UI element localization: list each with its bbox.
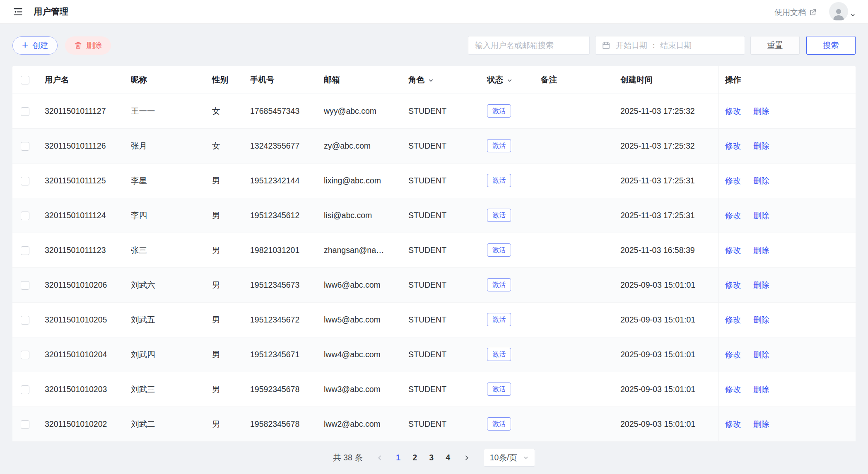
edit-link[interactable]: 修改 bbox=[725, 350, 741, 359]
row-checkbox[interactable] bbox=[21, 420, 29, 429]
row-delete-link[interactable]: 删除 bbox=[753, 176, 769, 185]
cell-remark bbox=[538, 198, 618, 233]
edit-link[interactable]: 修改 bbox=[725, 211, 741, 220]
table-row: 32011501010204 刘武四 男 19512345671 lww4@ab… bbox=[12, 337, 856, 372]
cell-status: 激活 bbox=[485, 198, 538, 233]
select-all-checkbox[interactable] bbox=[21, 76, 29, 84]
table-row: 32011501011125 李星 男 19512342144 lixing@a… bbox=[12, 163, 856, 198]
cell-created: 2025-09-03 15:01:01 bbox=[618, 372, 718, 407]
cell-actions: 修改 删除 bbox=[718, 267, 856, 302]
row-checkbox[interactable] bbox=[21, 351, 29, 359]
date-separator: : bbox=[653, 41, 655, 50]
status-badge: 激活 bbox=[487, 313, 511, 326]
edit-link[interactable]: 修改 bbox=[725, 419, 741, 428]
cell-status: 激活 bbox=[485, 233, 538, 267]
status-filter-caret-icon[interactable] bbox=[506, 77, 513, 84]
status-badge: 激活 bbox=[487, 383, 511, 396]
page-button[interactable]: 1 bbox=[390, 449, 407, 467]
edit-link[interactable]: 修改 bbox=[725, 141, 741, 150]
edit-link[interactable]: 修改 bbox=[725, 176, 741, 185]
cell-username: 32011501011127 bbox=[42, 94, 128, 128]
edit-link[interactable]: 修改 bbox=[725, 280, 741, 289]
cell-email: lww6@abc.com bbox=[321, 267, 406, 302]
next-page-icon[interactable] bbox=[459, 455, 475, 461]
col-header-status: 状态 bbox=[485, 66, 538, 94]
table-row: 32011501011124 李四 男 19512345612 lisi@abc… bbox=[12, 198, 856, 233]
row-delete-link[interactable]: 删除 bbox=[753, 211, 769, 220]
cell-actions: 修改 删除 bbox=[718, 128, 856, 163]
row-delete-link[interactable]: 删除 bbox=[753, 141, 769, 150]
status-badge: 激活 bbox=[487, 104, 511, 118]
cell-role: STUDENT bbox=[406, 163, 485, 198]
row-delete-link[interactable]: 删除 bbox=[753, 385, 769, 394]
cell-username: 32011501010206 bbox=[42, 267, 128, 302]
avatar-caret-icon[interactable] bbox=[850, 12, 856, 19]
row-checkbox[interactable] bbox=[21, 281, 29, 290]
cell-username: 32011501011125 bbox=[42, 163, 128, 198]
cell-actions: 修改 删除 bbox=[718, 94, 856, 128]
cell-email: wyy@abc.com bbox=[321, 94, 406, 128]
user-icon bbox=[831, 6, 846, 21]
row-delete-link[interactable]: 删除 bbox=[753, 350, 769, 359]
page-button[interactable]: 4 bbox=[440, 449, 456, 467]
row-checkbox[interactable] bbox=[21, 177, 29, 185]
cell-created: 2025-09-03 15:01:01 bbox=[618, 302, 718, 337]
cell-gender: 男 bbox=[210, 198, 248, 233]
row-delete-link[interactable]: 删除 bbox=[753, 419, 769, 428]
cell-remark bbox=[538, 267, 618, 302]
edit-link[interactable]: 修改 bbox=[725, 245, 741, 255]
row-delete-link[interactable]: 删除 bbox=[753, 106, 769, 115]
cell-status: 激活 bbox=[485, 267, 538, 302]
edit-link[interactable]: 修改 bbox=[725, 106, 741, 115]
delete-button[interactable]: 删除 bbox=[65, 36, 111, 55]
page-size-select[interactable]: 10条/页 bbox=[484, 449, 535, 467]
cell-nickname: 刘武四 bbox=[128, 337, 210, 372]
row-checkbox[interactable] bbox=[21, 142, 29, 151]
row-checkbox[interactable] bbox=[21, 212, 29, 220]
edit-link[interactable]: 修改 bbox=[725, 385, 741, 394]
prev-page-icon[interactable] bbox=[372, 455, 388, 461]
page-button[interactable]: 3 bbox=[423, 449, 440, 467]
cell-status: 激活 bbox=[485, 407, 538, 441]
cell-username: 32011501011124 bbox=[42, 198, 128, 233]
search-button[interactable]: 搜索 bbox=[806, 36, 856, 55]
cell-created: 2025-11-03 17:25:32 bbox=[618, 94, 718, 128]
date-range-picker[interactable]: 开始日期 : 结束日期 bbox=[595, 36, 745, 55]
search-input[interactable] bbox=[468, 36, 590, 55]
cell-nickname: 刘武六 bbox=[128, 267, 210, 302]
menu-fold-icon[interactable] bbox=[12, 6, 24, 17]
cell-username: 32011501011126 bbox=[42, 128, 128, 163]
row-delete-link[interactable]: 删除 bbox=[753, 315, 769, 324]
cell-remark bbox=[538, 372, 618, 407]
col-header-actions: 操作 bbox=[718, 66, 856, 94]
cell-gender: 男 bbox=[210, 233, 248, 267]
page-button[interactable]: 2 bbox=[407, 449, 423, 467]
cell-remark bbox=[538, 302, 618, 337]
role-filter-caret-icon[interactable] bbox=[428, 77, 434, 84]
edit-link[interactable]: 修改 bbox=[725, 315, 741, 324]
row-delete-link[interactable]: 删除 bbox=[753, 280, 769, 289]
cell-username: 32011501010202 bbox=[42, 407, 128, 441]
cell-remark bbox=[538, 94, 618, 128]
row-checkbox[interactable] bbox=[21, 385, 29, 394]
cell-email: lww2@abc.com bbox=[321, 407, 406, 441]
cell-role: STUDENT bbox=[406, 233, 485, 267]
create-button[interactable]: + 创建 bbox=[12, 36, 58, 55]
delete-button-label: 删除 bbox=[86, 40, 102, 51]
cell-gender: 女 bbox=[210, 128, 248, 163]
cell-username: 32011501011123 bbox=[42, 233, 128, 267]
reset-button[interactable]: 重置 bbox=[750, 36, 800, 55]
avatar[interactable] bbox=[829, 2, 848, 21]
cell-phone: 19512345673 bbox=[248, 267, 321, 302]
cell-email: lww3@abc.com bbox=[321, 372, 406, 407]
cell-username: 32011501010203 bbox=[42, 372, 128, 407]
row-checkbox[interactable] bbox=[21, 316, 29, 325]
row-delete-link[interactable]: 删除 bbox=[753, 245, 769, 255]
row-checkbox[interactable] bbox=[21, 107, 29, 116]
docs-link[interactable]: 使用文档 bbox=[774, 7, 817, 18]
cell-actions: 修改 删除 bbox=[718, 302, 856, 337]
toolbar: + 创建 删除 开始日期 : 结束日期 重置 搜索 bbox=[0, 24, 868, 55]
status-badge: 激活 bbox=[487, 278, 511, 291]
calendar-icon bbox=[602, 41, 610, 50]
row-checkbox[interactable] bbox=[21, 246, 29, 255]
